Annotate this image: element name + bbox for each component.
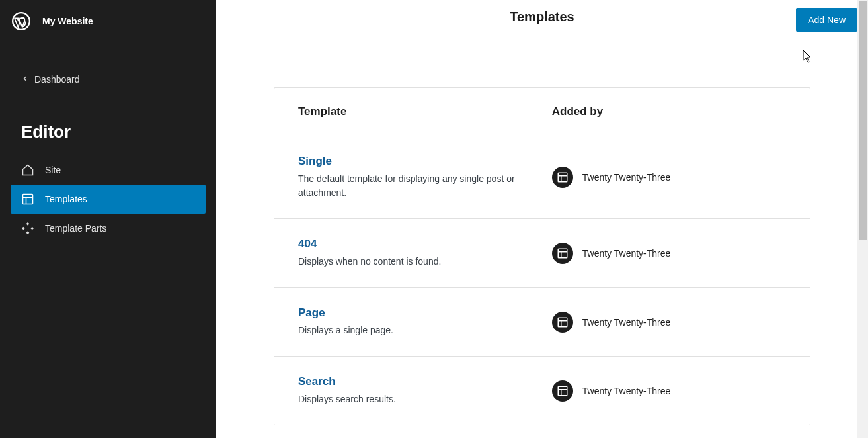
dashboard-back-link[interactable]: Dashboard	[0, 66, 216, 93]
template-cell: Page Displays a single page.	[298, 306, 552, 337]
addedby-cell: Twenty Twenty-Three	[552, 312, 786, 333]
addedby-cell: Twenty Twenty-Three	[552, 380, 786, 402]
theme-layout-icon	[552, 167, 573, 188]
template-parts-icon	[21, 222, 34, 235]
nav-label: Template Parts	[45, 223, 106, 234]
addedby-cell: Twenty Twenty-Three	[552, 243, 786, 264]
svg-rect-17	[558, 386, 567, 396]
addedby-cell: Twenty Twenty-Three	[552, 167, 786, 188]
layout-icon	[21, 193, 34, 206]
nav-item-template-parts[interactable]: Template Parts	[11, 214, 206, 243]
sidebar: My Website Dashboard Editor Site	[0, 0, 216, 438]
svg-rect-8	[558, 173, 567, 182]
table-row: 404 Displays when no content is found. T…	[274, 219, 810, 288]
template-desc: Displays when no content is found.	[298, 255, 532, 269]
scrollbar-thumb[interactable]	[859, 1, 867, 240]
table-row: Search Displays search results. Twenty T…	[274, 357, 810, 425]
home-icon	[21, 163, 34, 177]
template-link-search[interactable]: Search	[298, 375, 336, 388]
nav-label: Site	[45, 165, 61, 175]
theme-layout-icon	[552, 243, 573, 264]
content-wrap: Template Added by Single The default tem…	[216, 34, 868, 438]
svg-rect-14	[558, 318, 567, 327]
svg-rect-11	[558, 249, 567, 258]
theme-name: Twenty Twenty-Three	[582, 248, 671, 259]
main-header: Templates Add New	[216, 0, 868, 34]
column-header-addedby: Added by	[552, 105, 786, 118]
nav-item-site[interactable]: Site	[11, 155, 206, 185]
main-content: Templates Add New Template Added by Sing…	[216, 0, 868, 438]
sidebar-header: My Website	[0, 0, 216, 42]
column-header-template: Template	[298, 105, 552, 118]
nav-item-templates[interactable]: Templates	[11, 185, 206, 214]
table-header: Template Added by	[274, 88, 810, 136]
page-title: Templates	[510, 9, 574, 24]
chevron-left-icon	[21, 74, 29, 85]
theme-layout-icon	[552, 380, 573, 402]
scrollbar[interactable]	[857, 0, 868, 438]
template-desc: Displays a single page.	[298, 324, 532, 337]
table-row: Page Displays a single page. Twenty Twen…	[274, 288, 810, 357]
theme-name: Twenty Twenty-Three	[582, 317, 671, 328]
template-link-single[interactable]: Single	[298, 155, 332, 168]
nav-list: Site Templates Template Par	[0, 155, 216, 243]
template-link-404[interactable]: 404	[298, 238, 317, 251]
template-desc: The default template for displaying any …	[298, 172, 532, 200]
dashboard-label: Dashboard	[34, 74, 80, 85]
theme-name: Twenty Twenty-Three	[582, 386, 671, 396]
template-link-page[interactable]: Page	[298, 306, 325, 320]
template-cell: Single The default template for displayi…	[298, 155, 552, 200]
add-new-button[interactable]: Add New	[796, 8, 857, 32]
template-desc: Displays search results.	[298, 392, 532, 406]
theme-layout-icon	[552, 312, 573, 333]
templates-table: Template Added by Single The default tem…	[274, 87, 810, 425]
nav-label: Templates	[45, 194, 87, 204]
svg-rect-6	[30, 227, 34, 230]
template-cell: Search Displays search results.	[298, 375, 552, 406]
svg-rect-4	[26, 222, 30, 226]
svg-rect-1	[23, 195, 33, 204]
table-row: Single The default template for displayi…	[274, 136, 810, 219]
template-cell: 404 Displays when no content is found.	[298, 238, 552, 269]
svg-rect-5	[22, 227, 25, 230]
site-title[interactable]: My Website	[42, 16, 93, 26]
theme-name: Twenty Twenty-Three	[582, 172, 671, 183]
wordpress-logo-icon[interactable]	[11, 11, 32, 32]
svg-rect-7	[26, 231, 30, 234]
editor-heading: Editor	[0, 116, 216, 148]
